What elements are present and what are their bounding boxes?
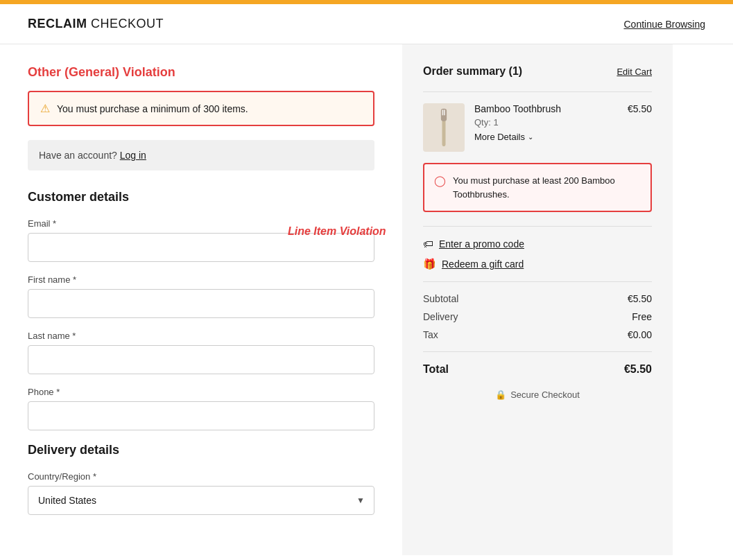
tax-value: €0.00 [628,329,652,340]
phone-input[interactable] [28,401,374,430]
customer-details-title: Customer details [28,190,374,204]
email-group: Email * [28,218,374,262]
main-container: Other (General) Violation ⚠ You must pur… [0,44,733,555]
general-violation-alert: ⚠ You must purchase a minimum of 300 ite… [28,91,374,126]
product-image [423,103,465,152]
toothbrush-svg [434,107,454,148]
divider-summary [423,281,652,282]
total-row: Total €5.50 [423,363,652,376]
last-name-input[interactable] [28,345,374,374]
general-alert-text: You must purchase a minimum of 300 items… [57,103,248,114]
product-name: Bamboo Toothbrush [474,103,561,114]
first-name-group: First name * [28,274,374,318]
delivery-row: Delivery Free [423,311,652,322]
promo-row[interactable]: 🏷 Enter a promo code [423,238,652,250]
total-label: Total [423,363,449,376]
divider-total [423,351,652,352]
country-group: Country/Region * United States United Ki… [28,471,374,515]
lock-icon: 🔒 [495,390,506,400]
country-select-wrapper: United States United Kingdom Canada Aust… [28,486,374,515]
logo: RECLAIM CHECKOUT [28,17,164,31]
product-price: €5.50 [628,103,652,114]
left-panel: Other (General) Violation ⚠ You must pur… [0,44,402,555]
first-name-label: First name * [28,274,374,285]
svg-rect-2 [442,110,444,115]
first-name-input[interactable] [28,289,374,318]
logo-light: CHECKOUT [87,17,164,30]
phone-group: Phone * [28,387,374,430]
chevron-down-icon: ⌄ [528,133,533,141]
gift-card-button[interactable]: Redeem a gift card [442,259,524,270]
edit-cart-button[interactable]: Edit Cart [616,67,652,77]
warning-icon: ⚠ [40,102,50,115]
promo-code-button[interactable]: Enter a promo code [439,238,524,250]
email-label: Email * [28,218,374,229]
line-violation-text: You must purchase at least 200 Bamboo To… [453,174,641,201]
header: RECLAIM CHECKOUT Continue Browsing [0,4,733,44]
subtotal-label: Subtotal [423,293,458,304]
account-banner-text: Have an account? [39,150,117,161]
tag-icon: 🏷 [423,238,433,250]
subtotal-row: Subtotal €5.50 [423,293,652,304]
tax-row: Tax €0.00 [423,329,652,340]
delivery-label: Delivery [423,311,458,322]
secure-checkout: 🔒 Secure Checkout [423,390,652,400]
email-input[interactable] [28,233,374,262]
country-label: Country/Region * [28,471,374,482]
line-item-violation-alert: ◯ You must purchase at least 200 Bamboo … [423,163,652,212]
account-banner: Have an account? Log in [28,140,374,170]
order-summary-title: Order summary (1) [423,65,522,78]
last-name-label: Last name * [28,331,374,341]
svg-rect-0 [442,119,446,147]
product-name-row: Bamboo Toothbrush €5.50 [474,103,652,117]
divider-top [423,91,652,92]
last-name-group: Last name * [28,331,374,374]
logo-bold: RECLAIM [28,17,87,30]
phone-label: Phone * [28,387,374,397]
circle-warning-icon: ◯ [434,175,446,187]
product-qty: Qty: 1 [474,117,652,128]
continue-browsing-button[interactable]: Continue Browsing [623,19,705,30]
gift-icon: 🎁 [423,258,436,270]
order-summary-header: Order summary (1) Edit Cart [423,65,652,78]
subtotal-value: €5.50 [628,293,652,304]
product-details: Bamboo Toothbrush €5.50 Qty: 1 More Deta… [474,103,652,152]
svg-rect-3 [444,110,445,115]
general-violation-heading: Other (General) Violation [28,65,374,80]
delivery-details-title: Delivery details [28,443,374,457]
more-details-button[interactable]: More Details ⌄ [474,132,533,142]
delivery-value: Free [632,311,652,322]
right-panel: Order summary (1) Edit Cart Ba [402,44,673,555]
login-link[interactable]: Log in [120,150,146,161]
total-value: €5.50 [624,363,652,376]
secure-checkout-text: Secure Checkout [510,390,580,400]
country-select[interactable]: United States United Kingdom Canada Aust… [28,486,374,515]
product-item: Bamboo Toothbrush €5.50 Qty: 1 More Deta… [423,103,652,152]
divider-middle [423,226,652,227]
tax-label: Tax [423,329,438,340]
gift-row[interactable]: 🎁 Redeem a gift card [423,258,652,270]
more-details-label: More Details [474,132,525,142]
